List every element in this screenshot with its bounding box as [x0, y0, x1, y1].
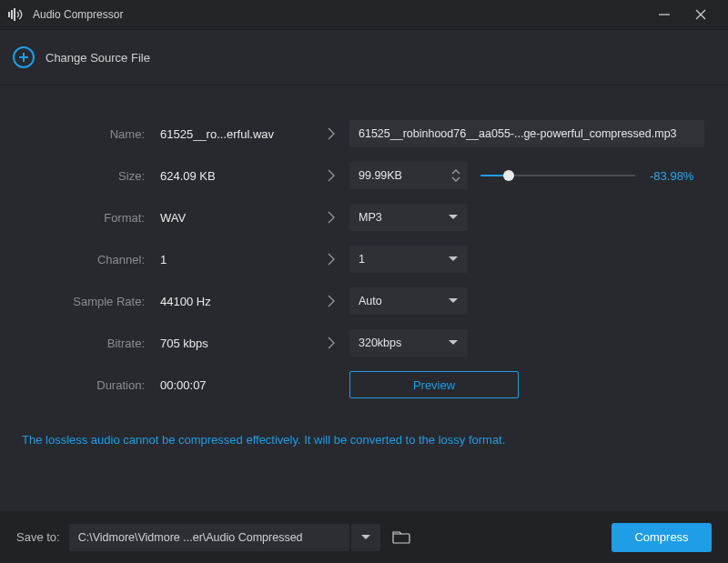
lossy-note: The lossless audio cannot be compressed …: [0, 406, 728, 465]
spinner-down-icon[interactable]: [451, 176, 460, 182]
bitrate-select[interactable]: 320kbps: [349, 329, 468, 357]
svg-rect-0: [8, 12, 10, 17]
window-title: Audio Compressor: [33, 8, 123, 21]
current-format: WAV: [158, 211, 313, 225]
sample-rate-label: Sample Rate:: [22, 295, 158, 308]
spinner-up-icon[interactable]: [451, 169, 460, 175]
size-slider[interactable]: [480, 162, 635, 189]
compress-button[interactable]: Compress: [612, 523, 712, 552]
format-row: Format: WAV MP3: [22, 196, 706, 238]
save-path-field[interactable]: C:\Vidmore\Vidmore ...er\Audio Compresse…: [69, 524, 349, 551]
chevron-down-icon: [448, 214, 459, 221]
current-bitrate: 705 kbps: [158, 337, 313, 350]
arrow-icon: [313, 127, 349, 140]
svg-rect-8: [393, 534, 410, 543]
output-size-value: 99.99KB: [359, 169, 448, 182]
change-source-row[interactable]: Change Source File: [0, 29, 728, 85]
titlebar: Audio Compressor: [0, 0, 728, 29]
sample-rate-row: Sample Rate: 44100 Hz Auto: [22, 280, 706, 322]
channel-row: Channel: 1 1: [22, 238, 706, 280]
channel-value: 1: [359, 253, 448, 266]
name-label: Name:: [22, 127, 158, 141]
name-row: Name: 61525__ro...erful.wav 61525__robin…: [22, 113, 706, 155]
size-row: Size: 624.09 KB 99.99KB -83.98%: [22, 155, 706, 196]
current-duration: 00:00:07: [158, 378, 313, 392]
svg-rect-2: [14, 8, 15, 21]
save-path-dropdown[interactable]: [351, 524, 380, 551]
bitrate-value: 320kbps: [359, 337, 448, 349]
format-label: Format:: [22, 211, 158, 225]
bitrate-label: Bitrate:: [22, 337, 158, 350]
channel-select[interactable]: 1: [349, 246, 468, 273]
sample-rate-select[interactable]: Auto: [349, 287, 468, 315]
chevron-down-icon: [448, 297, 459, 305]
duration-row: Duration: 00:00:07 Preview: [22, 364, 706, 406]
open-folder-button[interactable]: [388, 524, 415, 551]
preview-button[interactable]: Preview: [349, 371, 519, 398]
minimize-button[interactable]: [646, 0, 682, 29]
current-size: 624.09 KB: [158, 169, 313, 183]
arrow-icon: [313, 295, 349, 307]
size-label: Size:: [22, 169, 158, 183]
svg-rect-1: [11, 10, 13, 19]
output-name-field[interactable]: 61525__robinhood76__aa055-...ge-powerful…: [349, 120, 704, 147]
bottombar: Save to: C:\Vidmore\Vidmore ...er\Audio …: [0, 511, 728, 563]
save-to-label: Save to:: [16, 530, 60, 544]
current-name: 61525__ro...erful.wav: [158, 127, 313, 141]
output-name-value: 61525__robinhood76__aa055-...ge-powerful…: [359, 127, 677, 140]
sample-rate-value: Auto: [359, 295, 448, 307]
app-icon: [7, 5, 25, 24]
compress-label: Compress: [634, 530, 688, 544]
arrow-icon: [313, 169, 349, 182]
arrow-icon: [313, 337, 349, 349]
duration-label: Duration:: [22, 378, 158, 392]
output-size-spinner[interactable]: 99.99KB: [349, 162, 468, 189]
channel-label: Channel:: [22, 253, 158, 266]
current-sample-rate: 44100 Hz: [158, 295, 313, 308]
arrow-icon: [313, 253, 349, 266]
slider-thumb[interactable]: [503, 170, 514, 181]
chevron-down-icon: [448, 339, 459, 347]
size-reduction-percent: -83.98%: [650, 169, 693, 183]
format-value: MP3: [359, 211, 448, 224]
chevron-down-icon: [448, 256, 459, 263]
plus-icon: [13, 46, 35, 68]
current-channel: 1: [158, 253, 313, 266]
form: Name: 61525__ro...erful.wav 61525__robin…: [0, 85, 728, 406]
arrow-icon: [313, 211, 349, 224]
save-path-value: C:\Vidmore\Vidmore ...er\Audio Compresse…: [78, 531, 303, 544]
close-button[interactable]: [682, 0, 719, 29]
preview-label: Preview: [413, 378, 455, 392]
format-select[interactable]: MP3: [349, 204, 468, 231]
change-source-label: Change Source File: [46, 51, 150, 65]
bitrate-row: Bitrate: 705 kbps 320kbps: [22, 322, 706, 364]
folder-icon: [392, 531, 410, 544]
chevron-down-icon: [360, 534, 371, 541]
